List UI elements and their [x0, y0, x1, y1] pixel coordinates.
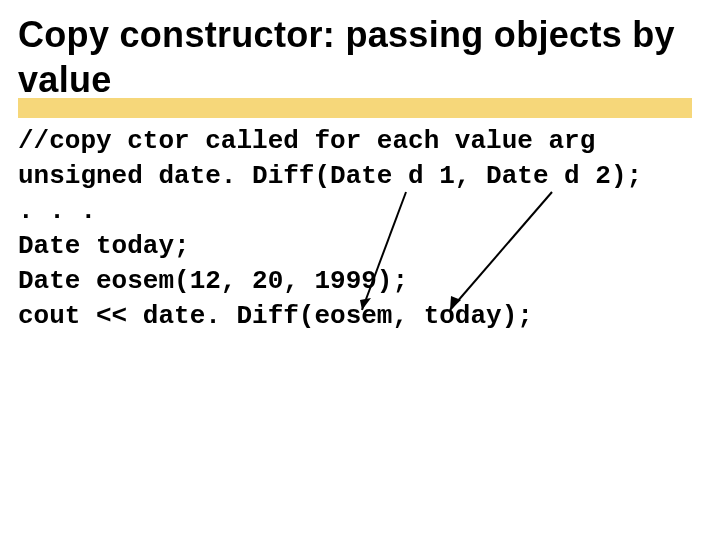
code-block: //copy ctor called for each value arg un… [18, 124, 702, 335]
slide-title: Copy constructor: passing objects by val… [18, 12, 702, 102]
code-line-5: Date eosem(12, 20, 1999); [18, 266, 408, 296]
code-line-6: cout << date. Diff(eosem, today); [18, 301, 533, 331]
slide: Copy constructor: passing objects by val… [0, 0, 720, 540]
code-line-3: . . . [18, 196, 96, 226]
title-container: Copy constructor: passing objects by val… [18, 12, 702, 102]
code-line-2: unsigned date. Diff(Date d 1, Date d 2); [18, 161, 642, 191]
code-line-4: Date today; [18, 231, 190, 261]
code-line-1: //copy ctor called for each value arg [18, 126, 595, 156]
